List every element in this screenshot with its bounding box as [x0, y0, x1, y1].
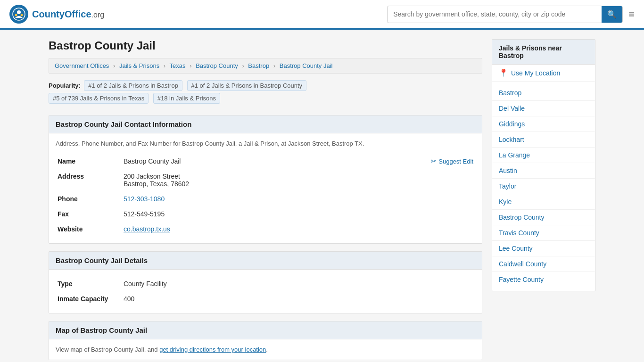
table-row-phone: Phone 512-303-1080 — [56, 191, 475, 206]
list-item: Taylor — [492, 179, 595, 194]
table-row-website: Website co.bastrop.tx.us — [56, 222, 475, 237]
suggest-edit-link[interactable]: ✂ Suggest Edit — [431, 157, 473, 165]
contact-section-header: Bastrop County Jail Contact Information — [49, 115, 482, 133]
list-item: Caldwell County — [492, 256, 595, 272]
sidebar-box: Jails & Prisons near Bastrop 📍 Use My Lo… — [492, 39, 595, 291]
search-button[interactable]: 🔍 — [602, 6, 622, 23]
popularity-bar: Popularity: #1 of 2 Jails & Prisons in B… — [49, 80, 482, 106]
name-label: Name — [56, 154, 122, 169]
sidebar-link-del-valle[interactable]: Del Valle — [492, 101, 595, 116]
capacity-value: 400 — [122, 291, 475, 306]
sidebar-link-fayette-county[interactable]: Fayette County — [492, 272, 595, 287]
list-item: Lockhart — [492, 132, 595, 148]
phone-value: 512-303-1080 — [122, 191, 475, 206]
map-description: View map of Bastrop County Jail, and get… — [56, 346, 475, 353]
type-value: County Facility — [122, 276, 475, 291]
sidebar-link-lee-county[interactable]: Lee County — [492, 241, 595, 256]
header-right: 🔍 ≡ — [387, 6, 635, 23]
contact-section-body: Address, Phone Number, and Fax Number fo… — [49, 133, 482, 243]
logo-icon — [9, 5, 28, 24]
sidebar-link-bastrop[interactable]: Bastrop — [492, 85, 595, 100]
website-link[interactable]: co.bastrop.tx.us — [124, 225, 170, 233]
breadcrumb-bastrop[interactable]: Bastrop — [248, 62, 269, 69]
list-item: Giddings — [492, 116, 595, 132]
search-icon: 🔍 — [607, 10, 617, 18]
name-value: Bastrop County Jail ✂ Suggest Edit — [122, 154, 475, 169]
popularity-badge-0: #1 of 2 Jails & Prisons in Bastrop — [84, 80, 182, 91]
list-item: Austin — [492, 163, 595, 179]
list-item: La Grange — [492, 148, 595, 163]
menu-button[interactable]: ≡ — [628, 9, 635, 19]
sidebar-link-austin[interactable]: Austin — [492, 163, 595, 178]
details-table: Type County Facility Inmate Capacity 400 — [56, 276, 475, 306]
contact-description: Address, Phone Number, and Fax Number fo… — [56, 140, 475, 147]
details-section: Bastrop County Jail Details Type County … — [49, 251, 482, 313]
page-title: Bastrop County Jail — [49, 39, 482, 52]
sidebar-link-giddings[interactable]: Giddings — [492, 116, 595, 132]
svg-point-2 — [15, 14, 17, 16]
sidebar-link-bastrop-county[interactable]: Bastrop County — [492, 210, 595, 225]
table-row-name: Name Bastrop County Jail ✂ Suggest Edit — [56, 154, 475, 169]
breadcrumb-bastrop-county[interactable]: Bastrop County — [196, 62, 238, 69]
content-area: Bastrop County Jail Government Offices ›… — [49, 39, 482, 362]
logo-area: CountyOffice.org — [9, 5, 104, 24]
contact-table: Name Bastrop County Jail ✂ Suggest Edit … — [56, 154, 475, 237]
sidebar-link-kyle[interactable]: Kyle — [492, 194, 595, 209]
phone-link[interactable]: 512-303-1080 — [124, 195, 165, 203]
sidebar-header: Jails & Prisons near Bastrop — [492, 40, 595, 65]
map-section-body: View map of Bastrop County Jail, and get… — [49, 339, 482, 360]
breadcrumb-texas[interactable]: Texas — [170, 62, 186, 69]
details-section-header: Bastrop County Jail Details — [49, 252, 482, 270]
website-label: Website — [56, 222, 122, 237]
map-section-header: Map of Bastrop County Jail — [49, 321, 482, 339]
sidebar-link-lockhart[interactable]: Lockhart — [492, 132, 595, 147]
popularity-badge-3: #18 in Jails & Prisons — [153, 93, 220, 104]
table-row-address: Address 200 Jackson Street Bastrop, Texa… — [56, 169, 475, 191]
sidebar-link-caldwell-county[interactable]: Caldwell County — [492, 256, 595, 272]
site-header: CountyOffice.org 🔍 ≡ — [0, 0, 644, 30]
breadcrumb-current[interactable]: Bastrop County Jail — [280, 62, 333, 69]
table-row-capacity: Inmate Capacity 400 — [56, 291, 475, 306]
map-section: Map of Bastrop County Jail View map of B… — [49, 321, 482, 360]
sidebar-link-la-grange[interactable]: La Grange — [492, 148, 595, 163]
table-row-type: Type County Facility — [56, 276, 475, 291]
sidebar-link-travis-county[interactable]: Travis County — [492, 225, 595, 240]
svg-point-3 — [21, 14, 23, 16]
main-container: Bastrop County Jail Government Offices ›… — [39, 30, 605, 362]
breadcrumb-jails-prisons[interactable]: Jails & Prisons — [119, 62, 159, 69]
contact-section: Bastrop County Jail Contact Information … — [49, 115, 482, 244]
sidebar: Jails & Prisons near Bastrop 📍 Use My Lo… — [492, 39, 595, 362]
list-item: Kyle — [492, 194, 595, 210]
list-item: Fayette County — [492, 272, 595, 287]
logo-text: CountyOffice.org — [32, 9, 104, 20]
type-label: Type — [56, 276, 122, 291]
breadcrumb-gov-offices[interactable]: Government Offices — [55, 62, 109, 69]
popularity-badge-1: #1 of 2 Jails & Prisons in Bastrop Count… — [187, 80, 307, 91]
details-section-body: Type County Facility Inmate Capacity 400 — [49, 270, 482, 313]
capacity-label: Inmate Capacity — [56, 291, 122, 306]
list-item: Travis County — [492, 225, 595, 241]
driving-directions-link[interactable]: get driving directions from your locatio… — [159, 346, 266, 353]
website-value: co.bastrop.tx.us — [122, 222, 475, 237]
list-item: Del Valle — [492, 101, 595, 116]
table-row-fax: Fax 512-549-5195 — [56, 206, 475, 222]
hamburger-icon: ≡ — [628, 8, 635, 20]
search-bar: 🔍 — [387, 6, 623, 23]
fax-label: Fax — [56, 206, 122, 222]
list-item: Bastrop — [492, 85, 595, 101]
svg-point-1 — [17, 10, 21, 14]
address-label: Address — [56, 169, 122, 191]
search-input[interactable] — [388, 7, 602, 22]
fax-value: 512-549-5195 — [122, 206, 475, 222]
sidebar-links-list: Bastrop Del Valle Giddings Lockhart La G… — [492, 82, 595, 291]
address-value: 200 Jackson Street Bastrop, Texas, 78602 — [122, 169, 475, 191]
sidebar-link-taylor[interactable]: Taylor — [492, 179, 595, 194]
list-item: Lee County — [492, 241, 595, 256]
use-my-location-link[interactable]: 📍 Use My Location — [492, 65, 595, 82]
breadcrumb: Government Offices › Jails & Prisons › T… — [49, 58, 482, 74]
edit-icon: ✂ — [431, 157, 437, 165]
popularity-badge-2: #5 of 739 Jails & Prisons in Texas — [49, 93, 149, 104]
location-icon: 📍 — [499, 68, 508, 77]
phone-label: Phone — [56, 191, 122, 206]
list-item: Bastrop County — [492, 210, 595, 225]
